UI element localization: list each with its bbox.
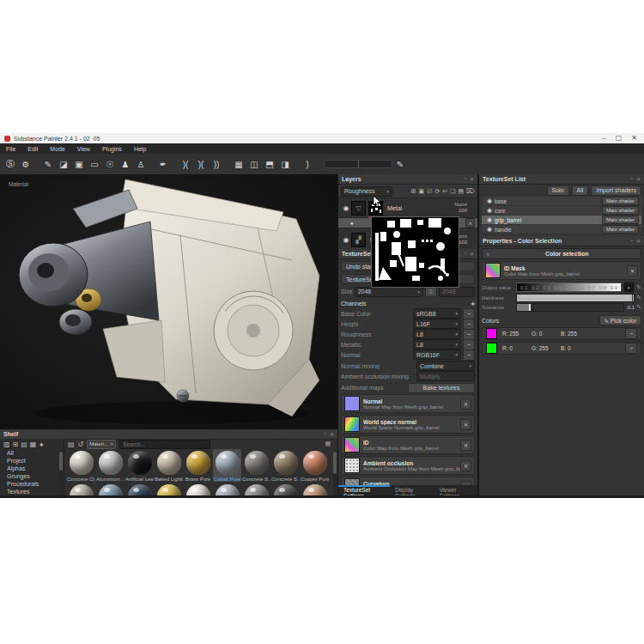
panel-close-icon[interactable]: ✕ (470, 176, 474, 182)
menu-edit[interactable]: Edit (21, 146, 44, 152)
projection-tool-icon[interactable]: ▣ (73, 157, 85, 171)
remove-channel-button[interactable]: − (463, 319, 475, 330)
material-copper-pure[interactable]: Copper Pure (301, 449, 329, 482)
search-input[interactable] (119, 440, 210, 449)
remove-channel-button[interactable]: − (463, 329, 475, 340)
visibility-eye-icon[interactable]: ◉ (484, 226, 495, 233)
textureset-row-core[interactable]: ◉ core Main shader (482, 206, 641, 215)
clear-map-button[interactable]: ✕ (460, 419, 471, 430)
shelf-category-project[interactable]: Project (0, 457, 64, 465)
color-row-magenta[interactable]: R: 255 G: 0 B: 255 − (482, 327, 641, 340)
add-channel-icon[interactable]: ✚ (471, 301, 475, 307)
all-button[interactable]: All (572, 185, 589, 196)
pen-tool-icon[interactable]: ✒ (157, 157, 169, 171)
close-button[interactable]: ✕ (631, 135, 637, 142)
visibility-eye-icon[interactable]: ◉ (484, 216, 495, 223)
shelf-undo-icon[interactable]: ↺ (78, 440, 84, 448)
shelf-category-textures[interactable]: Textures (0, 488, 64, 495)
material-concrete-clean[interactable]: Concrete Cl.. (67, 449, 95, 482)
shelf-category-alphas[interactable]: Alphas (0, 465, 64, 472)
output-value-gradient-slider[interactable]: 0.1 0.2 0.3 0.4 0.5 0.6 0.7 0.8 0.9 (516, 283, 622, 292)
paint-brush-tool-icon[interactable]: ✎ (42, 157, 54, 171)
shelf-folder-icon[interactable]: ▥ (3, 440, 10, 448)
material-row2-item[interactable] (67, 483, 95, 496)
panel-float-icon[interactable]: ▫ (465, 251, 466, 257)
color-row-green[interactable]: R: 0 G: 255 B: 0 − (482, 342, 641, 355)
symmetry-x-icon[interactable]: )( (179, 157, 191, 171)
menu-help[interactable]: Help (128, 146, 152, 152)
remove-channel-button[interactable]: − (463, 339, 475, 350)
size-dropdown[interactable]: 2048 ▾ (355, 287, 423, 297)
clear-map-button[interactable]: ✕ (460, 440, 471, 451)
group-layer-icon[interactable]: ▤ (458, 188, 464, 195)
materials-grid-icon[interactable]: ▦ (325, 440, 331, 447)
material-aluminium[interactable]: Aluminium ... (96, 449, 125, 482)
rotation-arc-icon[interactable]: ) (301, 157, 313, 171)
channel-format-dropdown[interactable]: L16F▾ (413, 319, 461, 329)
viewport-3d[interactable]: Material (0, 174, 337, 429)
blend-mode-dropdown[interactable]: Roughness ▾ (341, 186, 392, 197)
visibility-eye-icon[interactable]: ● (350, 221, 354, 226)
eraser-tool-icon[interactable]: ◪ (58, 157, 70, 171)
textureset-row-base[interactable]: ◉ base Main shader (482, 197, 641, 205)
panel-float-icon[interactable]: ▫ (465, 176, 466, 182)
stamp-alt-tool-icon[interactable]: ♙ (135, 157, 147, 171)
tool-size-slider[interactable] (324, 160, 392, 168)
shelf-category-all[interactable]: All (0, 449, 64, 457)
pick-color-button[interactable]: ✎ Pick color (599, 315, 641, 325)
bulb-icon[interactable]: ☉ (104, 157, 116, 171)
material-row2-item[interactable] (301, 483, 329, 496)
shelf-category-procedurals[interactable]: Procedurals (0, 480, 64, 488)
edit-pencil-icon[interactable]: ✎ (636, 284, 641, 291)
remove-effect-button[interactable]: ✕ (465, 218, 475, 228)
camera-icon[interactable]: ◫ (248, 157, 260, 171)
substance-s-tool-icon[interactable]: Ⓢ (4, 157, 16, 171)
tolerance-slider[interactable] (516, 303, 624, 312)
slider-pencil-icon[interactable]: ✎ (394, 157, 406, 171)
mesh-map-ambient-occlusion[interactable]: Ambient occlusion Ambient Occlusion Map … (341, 456, 475, 475)
material-row2-item[interactable] (242, 483, 270, 496)
stamp-tool-icon[interactable]: ♟ (119, 157, 131, 171)
edit-pencil-icon[interactable]: ✎ (636, 304, 641, 311)
panel-close-icon[interactable]: ✕ (636, 238, 641, 244)
panel-close-icon[interactable]: ✕ (330, 431, 334, 437)
panel-close-icon[interactable]: ✕ (636, 176, 641, 182)
material-cobalt-pure-selected[interactable]: Cobalt Pure (213, 449, 241, 482)
add-fill-layer-icon[interactable]: ☑ (427, 188, 432, 195)
duplicate-layer-icon[interactable]: ⟳ (434, 188, 440, 195)
panel-close-icon[interactable]: ✕ (470, 251, 474, 257)
textureset-row-handle[interactable]: ◉ handle Main shader (482, 225, 641, 234)
mesh-map-world-space-normal[interactable]: World space normal World Space Normals g… (341, 415, 475, 434)
mesh-map-normal[interactable]: Normal Normal Map from Mesh grip_barrel … (341, 394, 475, 413)
material-baked-lighting[interactable]: Baked Lighti.. (155, 449, 183, 482)
channel-format-dropdown[interactable]: L8▾ (413, 339, 461, 349)
shelf-add-folder-icon[interactable]: ⊞ (13, 440, 19, 448)
shelf-stack-icon[interactable]: ▤ (21, 440, 27, 448)
material-row2-item[interactable] (96, 483, 125, 496)
id-mask-entry[interactable]: ID Mask Color Map from Mesh grip_barrel … (482, 261, 641, 280)
remove-color-button[interactable]: − (625, 343, 637, 354)
collapse-icon[interactable]: ∨ (483, 251, 493, 257)
mesh-map-id[interactable]: ID Color Map from Mesh grip_barrel ✕ (341, 435, 475, 454)
shader-display-icon[interactable]: ⬒ (264, 157, 276, 171)
channel-format-dropdown[interactable]: sRGB8▾ (413, 308, 461, 319)
maximize-button[interactable]: ▢ (616, 135, 623, 142)
cut-layer-icon[interactable]: ✄ (442, 188, 447, 195)
clear-map-button[interactable]: ✕ (460, 460, 471, 471)
material-row2-item[interactable] (155, 483, 183, 496)
material-row2-item[interactable] (213, 483, 241, 496)
symmetry-y-icon[interactable]: )( (195, 157, 207, 171)
visibility-eye-icon[interactable]: ◉ (484, 197, 495, 204)
visibility-eye-icon[interactable]: ◉ (341, 204, 351, 212)
main-shader-button[interactable]: Main shader (602, 225, 639, 234)
clear-map-button[interactable]: ✕ (460, 398, 471, 410)
material-row2-item[interactable] (184, 483, 212, 496)
panel-float-icon[interactable]: ▫ (631, 238, 633, 244)
copy-layer-icon[interactable]: ❏ (450, 188, 455, 195)
material-display-icon[interactable]: ▦ (233, 157, 245, 171)
menu-view[interactable]: View (71, 146, 96, 152)
material-artificial-leather[interactable]: Artificial Leat.. (125, 449, 154, 482)
textureset-row-grip-barrel-selected[interactable]: ◉ grip_barrel Main shader (482, 216, 641, 224)
shelf-category-scrollbar[interactable] (59, 450, 63, 496)
main-shader-button[interactable]: Main shader (602, 206, 639, 215)
